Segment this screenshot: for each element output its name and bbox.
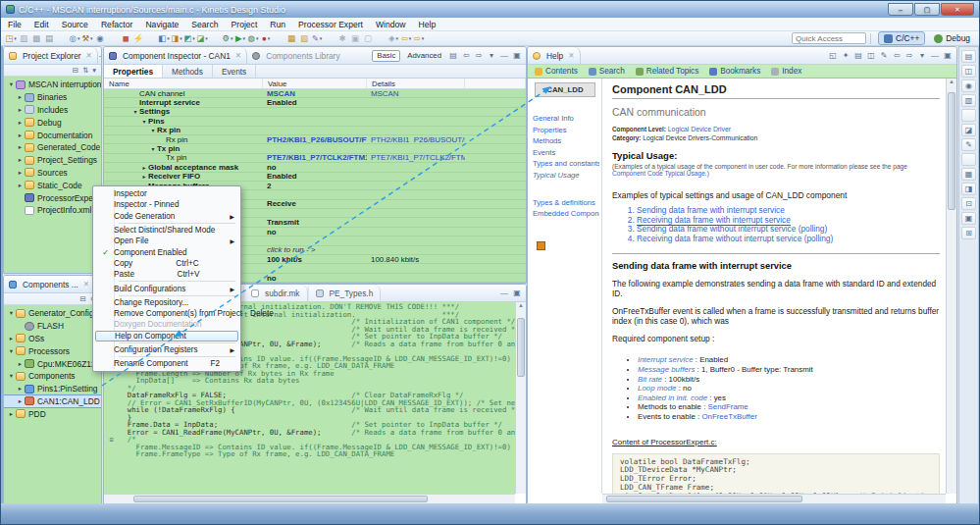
example-link[interactable]: Receiving data frame without interrupt s… [637, 235, 940, 244]
help-nav-link[interactable]: Types & definitions [533, 197, 599, 209]
tree-item[interactable]: ▸ PDD [4, 407, 101, 420]
breakpoints-icon[interactable]: ◉ [961, 79, 976, 92]
new-class-icon[interactable]: ◨ [171, 32, 182, 44]
sep[interactable] [56, 32, 68, 44]
minimize-icon[interactable]: — [499, 289, 509, 297]
menu-item[interactable]: Doxygen Documentation [95, 319, 238, 330]
new-view-icon[interactable]: ▤ [448, 51, 458, 60]
menu-item[interactable]: Paste Ctrl+V [95, 269, 238, 280]
maximize-icon[interactable]: ▣ [943, 51, 953, 60]
perspective-debug-button[interactable]: Debug [929, 32, 975, 44]
property-value[interactable]: Enabled [263, 98, 297, 106]
open-resource-icon[interactable]: ▧ [298, 32, 310, 44]
search-icon[interactable]: ◉ [94, 32, 106, 44]
new-source-icon[interactable]: ◪ [196, 32, 208, 44]
tree-caret-icon[interactable]: ▸ [7, 410, 16, 418]
external-tools-icon[interactable]: ⚙ [222, 32, 233, 44]
view-menu-icon[interactable]: ▾ [92, 66, 96, 75]
tree-item[interactable]: ▸ Debug [4, 116, 101, 129]
tree-item[interactable]: ▸ OSs [4, 333, 101, 345]
help-vertical-scrollbar[interactable]: ▲ [946, 79, 956, 494]
maximize-help-icon[interactable]: ◫ [866, 51, 876, 60]
help-nav-link[interactable]: Properties [533, 125, 599, 136]
tree-item[interactable]: ▸ Sources [4, 167, 101, 180]
table-row[interactable]: ▸ Global acceptance mask no [104, 163, 526, 172]
format-icon[interactable]: ✎ [311, 32, 323, 44]
tree-item[interactable]: ▾ Generator_Configu [4, 307, 101, 320]
tab-subdir-mk[interactable]: subdir.mk [243, 285, 308, 301]
print-icon[interactable]: ▤ [853, 51, 863, 60]
help-nav-link[interactable]: Typical Usage [533, 170, 599, 182]
tab-components-library[interactable]: Components Library [247, 47, 344, 64]
menu-item[interactable]: Copy Ctrl+C [95, 258, 238, 269]
tree-caret-icon[interactable]: ▸ [16, 360, 25, 368]
tree-caret-icon[interactable]: ▸ [16, 156, 25, 164]
menu-bar-item[interactable]: Source [62, 20, 88, 29]
row-caret-icon[interactable]: ▸ [140, 173, 148, 180]
menu-item[interactable]: Change Repository... [95, 297, 238, 308]
tasks-icon[interactable]: ✎ [961, 138, 976, 151]
tab-project-explorer[interactable]: Project Explorer✕ [4, 47, 98, 64]
tree-caret-icon[interactable]: ▸ [16, 93, 25, 101]
row-caret-icon[interactable]: ▾ [149, 127, 157, 133]
pencil-icon[interactable]: ✎ [879, 51, 889, 60]
properties-icon[interactable]: ◨ [961, 183, 976, 195]
mark-occurrences-icon[interactable]: ✱ [336, 32, 348, 44]
quick-access-input[interactable] [792, 32, 866, 44]
menu-item[interactable]: Remove Component(s) from Project Delete [95, 308, 238, 319]
table-row[interactable]: Rx pin PTH2/KBI1_P26/BUSOUT/FTM1_C... PT… [104, 135, 526, 144]
tree-caret-icon[interactable]: ▸ [16, 119, 25, 127]
terminate-icon[interactable]: ◼ [120, 32, 131, 44]
tree-caret-icon[interactable]: ▾ [7, 347, 16, 355]
view-menu-icon[interactable]: ▾ [917, 51, 927, 60]
menu-item[interactable]: Open File ▶ [95, 236, 238, 246]
prev-annotation-icon[interactable]: ▢ [362, 32, 374, 44]
menu-bar-item[interactable]: Processor Expert [298, 20, 363, 29]
property-value[interactable]: no [263, 228, 277, 236]
tree-item[interactable]: ▸ Includes [4, 104, 101, 117]
row-caret-icon[interactable]: ▾ [140, 118, 148, 125]
tab-events[interactable]: Events [213, 65, 256, 78]
search-view-icon[interactable]: ▣ [961, 212, 976, 225]
skip-breakpoints-icon[interactable]: ◎ [69, 32, 80, 44]
tree-caret-icon[interactable]: ▸ [16, 182, 25, 189]
help-toolbar-item[interactable]: Search [589, 67, 625, 76]
problems-icon[interactable]: ▦ [961, 168, 976, 181]
sep[interactable] [107, 32, 119, 44]
table-row[interactable]: Interrupt service Enabled [104, 98, 526, 107]
tab-components[interactable]: Components ...✕ [4, 276, 95, 292]
help-nav-link[interactable]: Methods [533, 135, 599, 147]
menu-bar-item[interactable]: File [8, 20, 22, 29]
tree-caret-icon[interactable]: ▸ [7, 335, 16, 342]
sep[interactable] [324, 32, 335, 44]
save-icon[interactable]: ▥ [18, 32, 29, 44]
show-in-external-icon[interactable]: ◱ [828, 51, 838, 60]
print-icon[interactable]: ▤ [43, 32, 55, 44]
tree-caret-icon[interactable]: ▸ [16, 143, 25, 151]
forward-icon[interactable]: ⇨ [413, 32, 425, 44]
minimize-icon[interactable]: — [930, 51, 940, 60]
menu-item[interactable]: Build Configurations ▶ [95, 283, 238, 293]
new-c-file-icon[interactable]: ◧ [158, 32, 170, 44]
help-toolbar-item[interactable]: Related Topics [636, 67, 699, 76]
maximize-icon[interactable]: ▣ [512, 51, 522, 60]
menu-bar-item[interactable]: Window [376, 20, 406, 29]
close-button[interactable]: ✕ [941, 3, 974, 16]
help-toolbar-item[interactable]: Index [771, 67, 801, 76]
property-value[interactable]: 2 [263, 182, 271, 189]
gap[interactable] [961, 109, 976, 122]
tree-caret-icon[interactable]: ▸ [16, 169, 25, 177]
tree-caret-icon[interactable]: ▸ [16, 385, 25, 393]
view-menu-icon[interactable]: ▾ [487, 51, 496, 60]
new-project-icon[interactable]: ◩ [183, 32, 195, 44]
menu-item[interactable]: Select Distinct/Shared Mode [95, 225, 238, 236]
tree-item[interactable]: ▾ MSCAN interruption [4, 79, 101, 91]
tree-item[interactable]: ▸ Project_Settings [4, 154, 101, 167]
component-level-link[interactable]: Logical Device Driver [668, 126, 731, 132]
progress-icon[interactable]: ⊡ [961, 197, 976, 210]
tree-item[interactable]: ▾ Processors [4, 344, 101, 357]
menu-bar-item[interactable]: Help [419, 20, 437, 29]
tab-component-inspector[interactable]: Component Inspector - CAN1✕ [104, 47, 247, 64]
sep[interactable] [209, 32, 221, 44]
tree-item[interactable]: ProjectInfo.xml [4, 204, 101, 217]
